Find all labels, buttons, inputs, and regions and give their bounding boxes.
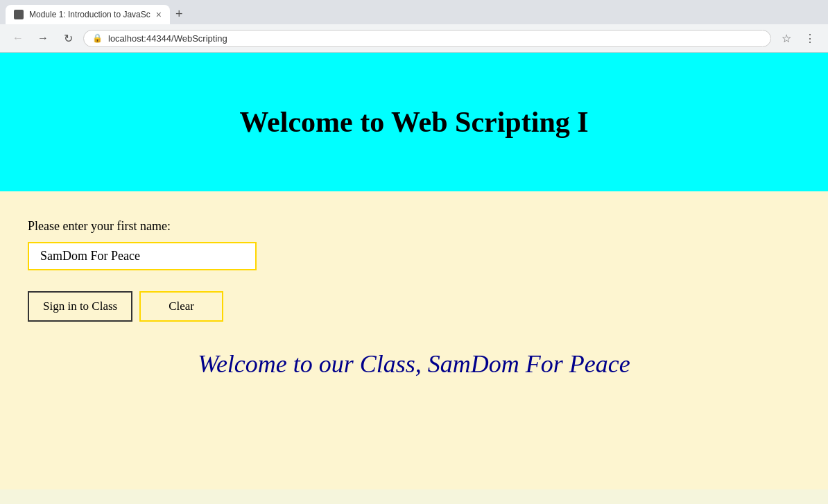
nav-actions: ☆ ⋮ [777,28,820,48]
refresh-icon: ↻ [64,32,73,45]
bookmark-button[interactable]: ☆ [777,28,796,48]
tab-bar: Module 1: Introduction to JavaSc × + [0,0,828,24]
tab-favicon-icon [14,10,24,19]
lock-icon: 🔒 [92,33,103,44]
page-title: Welcome to Web Scripting I [239,105,588,139]
welcome-message: Welcome to our Class, SamDom For Peace [28,349,800,379]
tab-title: Module 1: Introduction to JavaSc [29,10,150,19]
back-icon: ← [12,32,24,44]
browser-chrome: Module 1: Introduction to JavaSc × + ← →… [0,0,828,53]
refresh-button[interactable]: ↻ [58,28,78,48]
address-bar[interactable]: 🔒 localhost:44344/WebScripting [83,30,771,47]
back-button[interactable]: ← [8,28,28,48]
new-tab-button[interactable]: + [170,4,189,24]
more-options-icon: ⋮ [804,32,816,45]
tab-close-icon[interactable]: × [156,9,162,20]
forward-icon: → [37,32,49,44]
name-input[interactable] [28,242,257,270]
signin-button[interactable]: Sign in to Class [28,291,132,322]
forward-button[interactable]: → [33,28,53,48]
name-label: Please enter your first name: [28,219,800,234]
page-body: Please enter your first name: Sign in to… [0,191,828,489]
browser-tab[interactable]: Module 1: Introduction to JavaSc × [6,5,170,24]
url-text: localhost:44344/WebScripting [108,33,762,44]
star-icon: ☆ [782,32,791,45]
clear-button[interactable]: Clear [139,291,223,322]
page-header: Welcome to Web Scripting I [0,53,828,191]
button-row: Sign in to Class Clear [28,291,800,322]
menu-button[interactable]: ⋮ [800,28,820,48]
nav-bar: ← → ↻ 🔒 localhost:44344/WebScripting ☆ ⋮ [0,24,828,53]
